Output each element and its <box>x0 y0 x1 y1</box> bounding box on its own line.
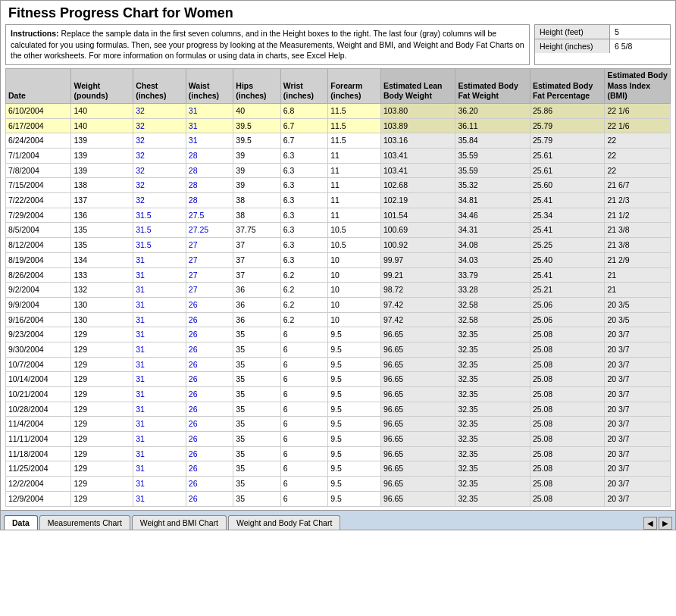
table-cell[interactable]: 6 <box>280 417 327 432</box>
table-cell[interactable]: 10 <box>328 312 381 327</box>
table-cell[interactable]: 129 <box>71 327 133 342</box>
table-cell[interactable]: 36 <box>233 283 280 298</box>
table-cell[interactable]: 28 <box>186 149 233 164</box>
table-cell[interactable]: 103.16 <box>380 133 455 149</box>
table-cell[interactable]: 129 <box>71 387 133 402</box>
table-cell[interactable]: 9/16/2004 <box>6 312 71 327</box>
table-cell[interactable]: 9/9/2004 <box>6 297 71 312</box>
table-cell[interactable]: 31 <box>133 297 186 312</box>
table-cell[interactable]: 9.5 <box>328 461 381 477</box>
table-cell[interactable]: 9.5 <box>328 327 381 342</box>
table-cell[interactable]: 32.35 <box>455 446 530 461</box>
table-cell[interactable]: 7/15/2004 <box>6 178 71 193</box>
table-cell[interactable]: 21 2/3 <box>605 193 671 208</box>
table-cell[interactable]: 25.41 <box>530 267 605 283</box>
table-cell[interactable]: 32.35 <box>455 491 530 506</box>
table-cell[interactable]: 20 3/7 <box>605 477 671 492</box>
table-cell[interactable]: 21 3/8 <box>605 238 671 253</box>
table-cell[interactable]: 32 <box>133 133 186 149</box>
table-cell[interactable]: 11.5 <box>328 103 381 118</box>
table-cell[interactable]: 26 <box>186 372 233 387</box>
table-cell[interactable]: 35 <box>233 327 280 342</box>
table-cell[interactable]: 6.3 <box>280 178 327 193</box>
table-cell[interactable]: 35.32 <box>455 178 530 193</box>
table-cell[interactable]: 35 <box>233 461 280 477</box>
table-cell[interactable]: 25.08 <box>530 432 605 447</box>
table-cell[interactable]: 8/5/2004 <box>6 223 71 238</box>
table-cell[interactable]: 103.41 <box>380 163 455 178</box>
table-cell[interactable]: 6.3 <box>280 149 327 164</box>
table-cell[interactable]: 32.35 <box>455 372 530 387</box>
table-cell[interactable]: 37 <box>233 238 280 253</box>
table-cell[interactable]: 32.58 <box>455 297 530 312</box>
table-cell[interactable]: 22 <box>605 133 671 149</box>
table-cell[interactable]: 21 <box>605 283 671 298</box>
table-cell[interactable]: 27.25 <box>186 223 233 238</box>
table-cell[interactable]: 6 <box>280 342 327 357</box>
table-cell[interactable]: 129 <box>71 446 133 461</box>
table-cell[interactable]: 26 <box>186 461 233 477</box>
table-cell[interactable]: 26 <box>186 357 233 372</box>
table-cell[interactable]: 137 <box>71 193 133 208</box>
table-cell[interactable]: 25.08 <box>530 417 605 432</box>
table-cell[interactable]: 12/2/2004 <box>6 477 71 492</box>
table-cell[interactable]: 11.5 <box>328 118 381 133</box>
table-cell[interactable]: 96.65 <box>380 417 455 432</box>
table-cell[interactable]: 11 <box>328 163 381 178</box>
table-cell[interactable]: 20 3/7 <box>605 432 671 447</box>
table-cell[interactable]: 9.5 <box>328 372 381 387</box>
table-cell[interactable]: 135 <box>71 223 133 238</box>
table-cell[interactable]: 31 <box>133 402 186 417</box>
table-cell[interactable]: 25.08 <box>530 461 605 477</box>
table-cell[interactable]: 34.81 <box>455 193 530 208</box>
table-cell[interactable]: 8/26/2004 <box>6 267 71 283</box>
table-cell[interactable]: 129 <box>71 477 133 492</box>
table-cell[interactable]: 27.5 <box>186 208 233 223</box>
table-cell[interactable]: 32.35 <box>455 477 530 492</box>
table-cell[interactable]: 36 <box>233 297 280 312</box>
table-cell[interactable]: 129 <box>71 372 133 387</box>
table-cell[interactable]: 96.65 <box>380 387 455 402</box>
table-cell[interactable]: 96.65 <box>380 446 455 461</box>
table-cell[interactable]: 6.2 <box>280 297 327 312</box>
table-cell[interactable]: 37 <box>233 267 280 283</box>
table-cell[interactable]: 37 <box>233 252 280 267</box>
table-cell[interactable]: 6 <box>280 477 327 492</box>
table-cell[interactable]: 9/30/2004 <box>6 342 71 357</box>
table-cell[interactable]: 28 <box>186 178 233 193</box>
table-cell[interactable]: 7/8/2004 <box>6 163 71 178</box>
table-cell[interactable]: 32.35 <box>455 342 530 357</box>
table-cell[interactable]: 96.65 <box>380 402 455 417</box>
table-cell[interactable]: 11.5 <box>328 133 381 149</box>
table-cell[interactable]: 101.54 <box>380 208 455 223</box>
table-cell[interactable]: 26 <box>186 327 233 342</box>
table-cell[interactable]: 139 <box>71 133 133 149</box>
table-cell[interactable]: 9.5 <box>328 446 381 461</box>
tab-data[interactable]: Data <box>4 515 38 530</box>
table-cell[interactable]: 36.20 <box>455 103 530 118</box>
table-cell[interactable]: 32.35 <box>455 402 530 417</box>
table-cell[interactable]: 35 <box>233 477 280 492</box>
table-cell[interactable]: 9.5 <box>328 387 381 402</box>
table-cell[interactable]: 96.65 <box>380 327 455 342</box>
table-cell[interactable]: 35 <box>233 387 280 402</box>
table-cell[interactable]: 39 <box>233 163 280 178</box>
table-cell[interactable]: 25.60 <box>530 178 605 193</box>
table-cell[interactable]: 25.06 <box>530 297 605 312</box>
table-cell[interactable]: 100.92 <box>380 238 455 253</box>
table-cell[interactable]: 32.58 <box>455 312 530 327</box>
table-cell[interactable]: 25.08 <box>530 327 605 342</box>
table-cell[interactable]: 6 <box>280 491 327 506</box>
table-cell[interactable]: 10 <box>328 297 381 312</box>
table-cell[interactable]: 25.08 <box>530 342 605 357</box>
table-cell[interactable]: 139 <box>71 149 133 164</box>
table-cell[interactable]: 96.65 <box>380 357 455 372</box>
table-cell[interactable]: 32 <box>133 178 186 193</box>
table-cell[interactable]: 11/25/2004 <box>6 461 71 477</box>
table-cell[interactable]: 38 <box>233 193 280 208</box>
table-cell[interactable]: 25.61 <box>530 149 605 164</box>
table-cell[interactable]: 6.3 <box>280 238 327 253</box>
table-cell[interactable]: 10 <box>328 252 381 267</box>
table-cell[interactable]: 11 <box>328 149 381 164</box>
table-cell[interactable]: 129 <box>71 461 133 477</box>
